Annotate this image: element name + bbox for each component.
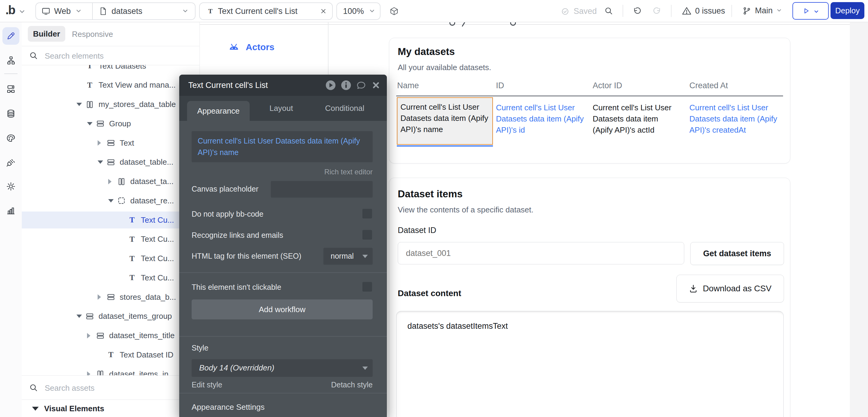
tab-appearance[interactable]: Appearance xyxy=(187,101,250,121)
edit-style-link[interactable]: Edit style xyxy=(192,380,222,389)
caret-right-icon[interactable] xyxy=(108,178,117,185)
design-pencil-icon[interactable] xyxy=(6,31,16,41)
canvas-placeholder-input[interactable] xyxy=(271,181,373,198)
component-cube-icon[interactable] xyxy=(389,6,399,16)
caret-down-icon[interactable] xyxy=(108,197,117,204)
tree-item-dataset-items-in[interactable]: dataset_items_in... xyxy=(22,365,199,375)
tree-item-my-stores-data-table[interactable]: my_stores_data_table xyxy=(22,96,199,113)
search-assets-input[interactable] xyxy=(44,376,190,400)
settings-icon[interactable] xyxy=(6,182,16,191)
tree-item-dataset-items-title[interactable]: dataset_items_title xyxy=(22,327,199,344)
caret-down-icon[interactable] xyxy=(87,120,96,127)
recognize-links-checkbox[interactable] xyxy=(362,230,372,239)
style-dropdown[interactable]: Body 14 (Overridden) xyxy=(192,359,373,377)
html-tag-dropdown[interactable]: normal xyxy=(323,248,373,265)
tree-item-text-datasets[interactable]: TText Datasets xyxy=(22,65,199,74)
svg-text:T: T xyxy=(130,235,135,243)
tab-layout[interactable]: Layout xyxy=(258,96,305,121)
tab-responsive[interactable]: Responsive xyxy=(72,30,113,39)
svg-text:T: T xyxy=(208,7,213,15)
svg-text:T: T xyxy=(130,274,135,282)
property-editor-header[interactable]: Text Current cell's List xyxy=(179,75,387,96)
tree-item-text-dataset-id[interactable]: TText Dataset ID xyxy=(22,346,199,363)
close-icon[interactable] xyxy=(371,81,382,92)
bubble-logo-menu[interactable]: .b xyxy=(5,3,25,17)
svg-text:T: T xyxy=(130,216,135,224)
tree-item-text[interactable]: Text xyxy=(22,134,199,151)
download-csv-button[interactable]: Download as CSV xyxy=(676,275,784,302)
dataset-id-input[interactable] xyxy=(398,242,684,264)
chevron-down-icon xyxy=(369,8,376,14)
caret-right-icon[interactable] xyxy=(87,332,96,339)
search-icon xyxy=(29,51,38,60)
workflow-icon[interactable] xyxy=(6,56,16,65)
rich-text-editor-link[interactable]: Rich text editor xyxy=(324,168,373,176)
plugins-icon[interactable] xyxy=(6,157,16,167)
appearance-settings-label: Appearance Settings xyxy=(192,403,265,412)
visual-elements-section-header[interactable]: Visual Elements xyxy=(22,400,199,417)
tree-item-stores-data-b[interactable]: stores_data_b... xyxy=(22,289,199,306)
tree-item-dataset-ta[interactable]: dataset_ta... xyxy=(22,173,199,190)
branch-selector[interactable]: Main xyxy=(742,6,783,15)
tree-item-dataset-items-group[interactable]: dataset_items_group xyxy=(22,308,199,325)
nav-item-actors[interactable]: Actors xyxy=(228,42,274,53)
search-icon[interactable] xyxy=(604,6,613,15)
comment-icon[interactable] xyxy=(356,81,367,91)
deploy-button[interactable]: Deploy xyxy=(831,2,864,19)
tree-item-text-cu[interactable]: TText Cu... xyxy=(22,231,199,248)
caret-right-icon[interactable] xyxy=(98,293,106,301)
table-cell[interactable]: Current cell's List User Datasets data i… xyxy=(593,102,680,136)
group-columns-icon xyxy=(96,370,105,375)
caret-down-icon[interactable] xyxy=(76,313,85,320)
info-icon[interactable] xyxy=(341,80,351,91)
tree-item-label: Text Datasets xyxy=(98,65,146,71)
table-cell[interactable]: Current cell's List User Datasets data i… xyxy=(689,102,786,136)
group-rows-icon xyxy=(85,312,94,321)
tree-item-dataset-re[interactable]: dataset_re... xyxy=(22,192,199,209)
run-workflow-icon[interactable] xyxy=(325,80,336,91)
page-selector[interactable]: datasets xyxy=(93,7,195,16)
property-editor-panel[interactable]: Text Current cell's List Appearance Layo… xyxy=(179,75,387,417)
chevron-down-icon xyxy=(776,7,783,14)
tab-builder[interactable]: Builder xyxy=(28,26,65,42)
mode-selector[interactable]: Web xyxy=(36,7,92,16)
caret-right-icon[interactable] xyxy=(98,139,106,147)
tree-item-group[interactable]: Group xyxy=(22,115,199,132)
components-icon[interactable] xyxy=(6,84,16,94)
tree-item-text-cu[interactable]: TText Cu... xyxy=(22,212,199,228)
table-cell[interactable]: Current cell's List User Datasets data i… xyxy=(496,102,587,136)
table-cell-selected[interactable]: Current cell's List User Datasets data i… xyxy=(397,97,493,145)
tab-conditional[interactable]: Conditional xyxy=(318,96,371,121)
card-subtitle: All your available datasets. xyxy=(398,63,491,72)
text-element-icon: T xyxy=(85,65,94,70)
caret-down-icon[interactable] xyxy=(76,101,85,108)
mode-label: Web xyxy=(54,7,71,16)
group-rows-icon xyxy=(106,158,116,167)
close-icon[interactable] xyxy=(320,8,327,14)
tree-item-text-cu[interactable]: TText Cu... xyxy=(22,269,199,286)
tree-item-dataset-table[interactable]: dataset_table... xyxy=(22,154,199,171)
caret-down-icon[interactable] xyxy=(98,159,106,166)
preview-button[interactable] xyxy=(793,2,829,20)
tree-item-text-view-and-mana[interactable]: TText View and mana... xyxy=(22,77,199,94)
text-content-expression[interactable]: Current cell's List User Datasets data i… xyxy=(192,131,373,162)
data-icon[interactable] xyxy=(6,109,16,119)
bb-code-checkbox[interactable] xyxy=(362,209,372,219)
styles-icon[interactable] xyxy=(6,133,16,143)
get-dataset-items-button[interactable]: Get dataset items xyxy=(690,242,784,265)
caret-right-icon[interactable] xyxy=(87,371,96,375)
add-workflow-button[interactable]: Add workflow xyxy=(192,299,373,319)
redo-icon[interactable] xyxy=(653,6,662,15)
detach-style-link[interactable]: Detach style xyxy=(331,380,373,389)
svg-text:T: T xyxy=(87,81,92,89)
logs-icon[interactable] xyxy=(6,206,16,216)
search-elements-row xyxy=(22,46,199,65)
search-elements-input[interactable] xyxy=(44,46,190,66)
element-tab[interactable]: T Text Current cell's List xyxy=(199,2,333,20)
not-clickable-checkbox[interactable] xyxy=(362,282,372,292)
undo-icon[interactable] xyxy=(632,6,641,15)
zoom-selector[interactable]: 100% xyxy=(336,2,380,20)
tree-item-text-cu[interactable]: TText Cu... xyxy=(22,250,199,267)
canvas-placeholder-label: Canvas placeholder xyxy=(192,185,258,193)
issues-indicator[interactable]: 0 issues xyxy=(682,6,725,16)
